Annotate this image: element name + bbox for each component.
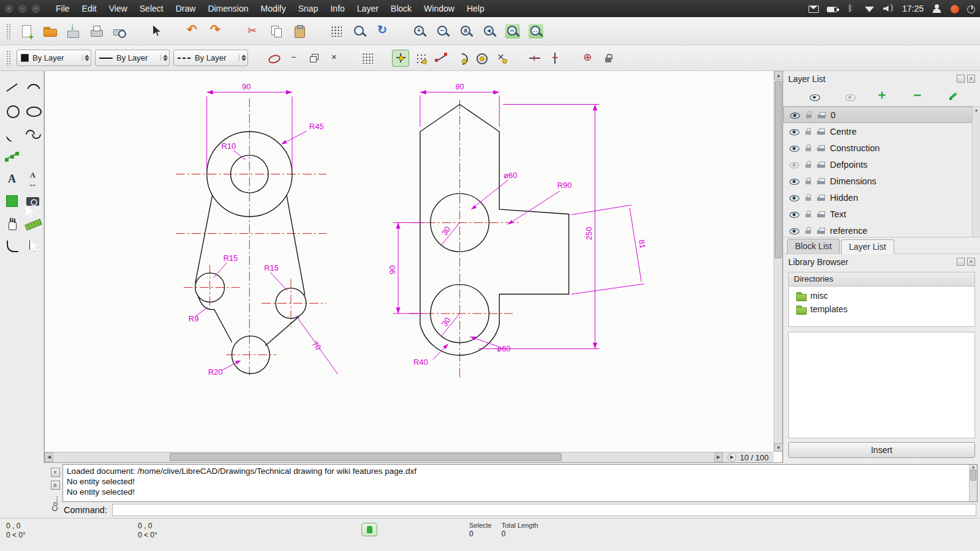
- clock[interactable]: 17:25: [902, 4, 924, 13]
- toolbar-drag-handle[interactable]: [6, 50, 10, 66]
- layer-visibility-eye-icon[interactable]: [790, 227, 799, 235]
- select-pointer-button[interactable]: [146, 21, 166, 41]
- mail-icon[interactable]: [809, 6, 819, 13]
- zoom-window-button[interactable]: [503, 21, 522, 41]
- menu-item-info[interactable]: Info: [324, 1, 350, 16]
- menu-item-dimension[interactable]: Dimension: [202, 1, 254, 16]
- tab-layer-list[interactable]: Layer List: [841, 239, 894, 254]
- layer-row-Centre[interactable]: Centre: [783, 123, 980, 140]
- layer-visibility-eye-icon[interactable]: [790, 160, 799, 169]
- print-button[interactable]: [86, 21, 106, 41]
- layer-lock-icon[interactable]: [804, 227, 812, 235]
- scroll-right-arrow[interactable]: ▶: [714, 452, 723, 462]
- mdi-minimize-button[interactable]: [285, 50, 303, 67]
- zoom-auto-button[interactable]: [456, 21, 476, 41]
- close-panel-icon[interactable]: ×: [967, 75, 975, 83]
- scroll-up-arrow[interactable]: ▲: [774, 71, 783, 80]
- spinner-arrows[interactable]: [82, 54, 89, 61]
- layer-print-icon[interactable]: [816, 160, 826, 169]
- play-icon[interactable]: ▶: [728, 453, 736, 462]
- image-tool[interactable]: [23, 192, 43, 212]
- menu-item-help[interactable]: Help: [461, 1, 491, 16]
- layer-lock-icon[interactable]: [804, 160, 812, 169]
- new-document-button[interactable]: [17, 21, 36, 41]
- battery-icon[interactable]: [827, 7, 837, 12]
- add-layer-button[interactable]: [870, 88, 892, 105]
- canvas-horizontal-scrollbar[interactable]: ◀ ▶ ▶ 10 / 100: [45, 452, 774, 462]
- restrict-horizontal-button[interactable]: [526, 50, 543, 67]
- mdi-close-button[interactable]: [326, 50, 343, 67]
- layer-lock-icon[interactable]: [804, 127, 812, 136]
- copy-button[interactable]: [266, 21, 286, 41]
- float-panel-icon[interactable]: [957, 258, 965, 266]
- spinner-arrows[interactable]: [239, 54, 246, 61]
- edit-layer-button[interactable]: [941, 88, 963, 105]
- close-window-button[interactable]: ×: [5, 5, 13, 13]
- layer-print-icon[interactable]: [816, 127, 826, 136]
- power-icon[interactable]: [967, 6, 975, 13]
- layer-lock-icon[interactable]: [804, 193, 812, 202]
- layer-row-Construction[interactable]: Construction: [783, 140, 980, 156]
- save-file-button[interactable]: [63, 21, 83, 41]
- snap-grid-button[interactable]: [412, 50, 429, 67]
- layer-lock-icon[interactable]: [804, 111, 813, 119]
- layer-lock-icon[interactable]: [804, 210, 812, 219]
- library-folder-misc[interactable]: misc: [790, 289, 973, 302]
- select-tool[interactable]: [23, 237, 43, 258]
- snap-center-button[interactable]: [473, 50, 490, 67]
- canvas-vertical-scrollbar[interactable]: ▲ ▼: [774, 71, 782, 452]
- menu-item-modify[interactable]: Modify: [255, 1, 292, 16]
- layer-visibility-eye-icon[interactable]: [790, 144, 799, 152]
- session-menu-icon[interactable]: [951, 5, 959, 13]
- layer-row-Text[interactable]: Text: [783, 206, 980, 222]
- paste-button[interactable]: [290, 21, 309, 41]
- open-file-button[interactable]: [40, 21, 59, 41]
- scrollbar-thumb[interactable]: [970, 470, 976, 481]
- layer-visibility-eye-icon[interactable]: [790, 177, 799, 186]
- arc-tool[interactable]: [23, 78, 43, 99]
- layer-row-Hidden[interactable]: Hidden: [783, 189, 980, 206]
- bluetooth-icon[interactable]: [845, 4, 856, 13]
- pan-tool[interactable]: [2, 214, 22, 235]
- zoom-button[interactable]: [350, 21, 369, 41]
- layer-print-icon[interactable]: [816, 144, 826, 152]
- layer-print-icon[interactable]: [816, 177, 826, 186]
- pen-linetype-combobox[interactable]: By Layer: [173, 50, 248, 66]
- set-relative-zero-button[interactable]: [579, 50, 597, 67]
- layer-print-icon[interactable]: [816, 210, 826, 219]
- document-window-button[interactable]: [265, 50, 282, 67]
- dimension-tool[interactable]: [23, 169, 43, 190]
- lock-relative-zero-button[interactable]: [600, 50, 617, 67]
- maximize-window-button[interactable]: +: [32, 5, 40, 13]
- layer-row-0[interactable]: 0: [783, 107, 980, 123]
- tab-block-list[interactable]: Block List: [787, 239, 840, 253]
- spline-tool[interactable]: [23, 124, 43, 144]
- menu-item-select[interactable]: Select: [134, 1, 170, 16]
- hatch-tool[interactable]: [2, 192, 22, 212]
- polyline-tool[interactable]: [2, 146, 22, 167]
- scrollbar-track[interactable]: [774, 80, 782, 443]
- menu-item-edit[interactable]: Edit: [76, 1, 103, 16]
- redraw-button[interactable]: [373, 21, 393, 41]
- console-copy-icon[interactable]: ≡: [51, 481, 60, 490]
- snap-intersection-button[interactable]: [493, 50, 510, 67]
- layer-row-Defpoints[interactable]: Defpoints: [783, 156, 980, 173]
- layer-list-scrollbar[interactable]: ▲: [972, 107, 980, 237]
- console-scrollbar[interactable]: ▲: [969, 465, 977, 501]
- restrict-vertical-button[interactable]: [546, 50, 564, 67]
- zoom-pan-button[interactable]: [526, 21, 546, 41]
- pen-width-combobox[interactable]: By Layer: [95, 50, 170, 66]
- measure-tool[interactable]: [23, 214, 43, 235]
- line-tool[interactable]: [2, 78, 22, 99]
- cut-button[interactable]: [243, 21, 263, 41]
- layer-lock-icon[interactable]: [804, 144, 812, 152]
- snap-endpoint-button[interactable]: [432, 50, 450, 67]
- user-icon[interactable]: [932, 4, 943, 13]
- zoom-in-button[interactable]: [410, 21, 429, 41]
- command-input[interactable]: [112, 504, 976, 516]
- spinner-arrows[interactable]: [160, 54, 168, 61]
- menu-item-draw[interactable]: Draw: [170, 1, 202, 16]
- close-panel-icon[interactable]: ×: [967, 258, 975, 266]
- zoom-out-button[interactable]: [433, 21, 453, 41]
- menu-item-window[interactable]: Window: [418, 1, 461, 16]
